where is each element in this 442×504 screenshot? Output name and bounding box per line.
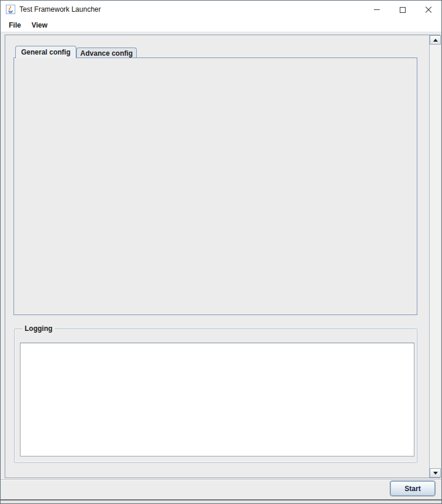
minimize-icon	[374, 9, 380, 10]
window-bottom-edge	[0, 499, 442, 504]
arrow-down-icon	[433, 472, 438, 475]
scroll-down-button[interactable]	[430, 468, 441, 478]
tab-general-config[interactable]: General config	[15, 46, 76, 58]
java-coffee-cup-icon	[6, 5, 15, 14]
logging-textarea[interactable]	[20, 343, 414, 456]
app-window: Test Framework Launcher File View Genera…	[0, 0, 442, 504]
arrow-up-icon	[433, 39, 438, 42]
maximize-icon	[400, 7, 406, 13]
menubar: File View	[1, 19, 441, 32]
logging-group-title: Logging	[22, 324, 55, 333]
menu-view[interactable]: View	[28, 19, 52, 31]
menu-file[interactable]: File	[5, 19, 25, 31]
window-title: Test Framework Launcher	[19, 5, 101, 13]
general-config-panel	[14, 57, 417, 315]
footer-separator	[0, 479, 442, 481]
titlebar: Test Framework Launcher	[0, 0, 442, 19]
close-button[interactable]	[416, 1, 441, 19]
close-icon	[425, 6, 432, 13]
window-controls	[364, 1, 441, 19]
tab-advance-config[interactable]: Advance config	[76, 48, 137, 58]
scroll-up-button[interactable]	[430, 35, 441, 45]
minimize-button[interactable]	[364, 1, 390, 19]
vertical-scrollbar[interactable]	[429, 35, 440, 478]
maximize-button[interactable]	[390, 1, 416, 19]
start-button[interactable]: Start	[390, 481, 435, 496]
